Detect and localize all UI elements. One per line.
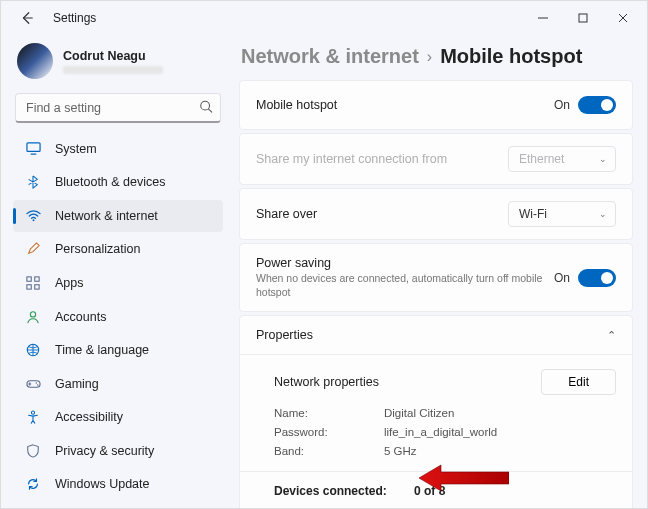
user-info: Codrut Neagu — [53, 49, 163, 74]
globe-icon — [25, 342, 41, 358]
select-value: Ethernet — [519, 152, 564, 166]
user-name: Codrut Neagu — [63, 49, 163, 63]
titlebar: Settings — [1, 1, 647, 35]
search-wrap — [15, 93, 221, 123]
sidebar-item-label: Personalization — [55, 242, 140, 256]
sidebar-item-label: Time & language — [55, 343, 149, 357]
settings-stack: Mobile hotspot On Share my internet conn… — [239, 80, 633, 508]
sidebar-item-time[interactable]: Time & language — [13, 334, 223, 366]
sidebar-item-label: Privacy & security — [55, 444, 154, 458]
page-title: Mobile hotspot — [440, 45, 582, 68]
sidebar-item-update[interactable]: Windows Update — [13, 468, 223, 500]
mobile-hotspot-toggle[interactable] — [578, 96, 616, 114]
user-email-blurred — [63, 66, 163, 74]
gamepad-icon — [25, 376, 41, 392]
prop-val-password: life_in_a_digital_world — [384, 426, 616, 438]
card-label: Power saving — [256, 256, 546, 270]
toggle-state-text: On — [554, 98, 570, 112]
sidebar-item-label: Gaming — [55, 377, 99, 391]
sidebar-item-label: Accounts — [55, 310, 106, 324]
sidebar-item-apps[interactable]: Apps — [13, 267, 223, 299]
sidebar-item-accessibility[interactable]: Accessibility — [13, 401, 223, 433]
breadcrumb-parent[interactable]: Network & internet — [241, 45, 419, 68]
person-icon — [25, 309, 41, 325]
sidebar-item-network[interactable]: Network & internet — [13, 200, 223, 232]
sidebar-item-label: Accessibility — [55, 410, 123, 424]
sidebar-item-gaming[interactable]: Gaming — [13, 368, 223, 400]
share-from-card: Share my internet connection from Ethern… — [239, 133, 633, 185]
sidebar-item-label: System — [55, 142, 97, 156]
chevron-down-icon: ⌄ — [599, 154, 607, 164]
update-icon — [25, 476, 41, 492]
close-icon — [618, 13, 628, 23]
devices-connected-row: Devices connected: 0 of 8 — [240, 472, 632, 508]
svg-point-3 — [32, 220, 34, 222]
prop-key-band: Band: — [274, 445, 384, 457]
close-button[interactable] — [603, 4, 643, 32]
search-input[interactable] — [15, 93, 221, 123]
wifi-icon — [25, 208, 41, 224]
maximize-icon — [578, 13, 588, 23]
svg-rect-7 — [35, 285, 39, 289]
svg-point-13 — [31, 411, 34, 414]
section-title: Network properties — [274, 375, 541, 389]
chevron-down-icon: ⌄ — [599, 209, 607, 219]
prop-val-name: Digital Citizen — [384, 407, 616, 419]
breadcrumb: Network & internet › Mobile hotspot — [241, 45, 633, 68]
card-label: Mobile hotspot — [256, 98, 337, 112]
brush-icon — [25, 241, 41, 257]
prop-key-password: Password: — [274, 426, 384, 438]
edit-button[interactable]: Edit — [541, 369, 616, 395]
svg-point-8 — [30, 311, 35, 316]
network-properties-row: Network properties Edit — [274, 369, 616, 395]
power-saving-toggle[interactable] — [578, 269, 616, 287]
card-label: Share my internet connection from — [256, 152, 447, 166]
sidebar-item-accounts[interactable]: Accounts — [13, 301, 223, 333]
prop-key-name: Name: — [274, 407, 384, 419]
shield-icon — [25, 443, 41, 459]
maximize-button[interactable] — [563, 4, 603, 32]
share-over-select[interactable]: Wi-Fi ⌄ — [508, 201, 616, 227]
card-label: Properties — [256, 328, 313, 342]
nav-list: System Bluetooth & devices Network & int… — [13, 133, 223, 500]
search-icon — [199, 100, 213, 117]
svg-rect-5 — [35, 277, 39, 281]
share-from-select: Ethernet ⌄ — [508, 146, 616, 172]
system-icon — [25, 141, 41, 157]
share-over-card: Share over Wi-Fi ⌄ — [239, 188, 633, 240]
user-account-row[interactable]: Codrut Neagu — [13, 39, 223, 89]
svg-rect-6 — [27, 285, 31, 289]
sidebar-item-privacy[interactable]: Privacy & security — [13, 435, 223, 467]
property-list: Name: Digital Citizen Password: life_in_… — [274, 407, 616, 457]
arrow-left-icon — [20, 11, 34, 25]
properties-body: Network properties Edit Name: Digital Ci… — [240, 354, 632, 471]
svg-rect-0 — [579, 14, 587, 22]
sidebar-item-label: Bluetooth & devices — [55, 175, 166, 189]
avatar — [17, 43, 53, 79]
svg-point-12 — [36, 384, 38, 386]
sidebar-item-bluetooth[interactable]: Bluetooth & devices — [13, 167, 223, 199]
svg-rect-4 — [27, 277, 31, 281]
apps-icon — [25, 275, 41, 291]
card-label: Share over — [256, 207, 317, 221]
window-title: Settings — [53, 11, 96, 25]
sidebar-item-label: Network & internet — [55, 209, 158, 223]
devices-label: Devices connected: — [274, 484, 414, 498]
main-panel: Network & internet › Mobile hotspot Mobi… — [231, 35, 647, 508]
properties-header[interactable]: Properties ⌃ — [240, 316, 632, 354]
devices-value: 0 of 8 — [414, 484, 445, 498]
prop-val-band: 5 GHz — [384, 445, 616, 457]
sidebar-item-label: Apps — [55, 276, 84, 290]
sidebar-item-system[interactable]: System — [13, 133, 223, 165]
bluetooth-icon — [25, 174, 41, 190]
sidebar-item-personalization[interactable]: Personalization — [13, 234, 223, 266]
toggle-state-text: On — [554, 271, 570, 285]
properties-expander: Properties ⌃ Network properties Edit Nam… — [239, 315, 633, 508]
sidebar-item-label: Windows Update — [55, 477, 150, 491]
mobile-hotspot-card: Mobile hotspot On — [239, 80, 633, 130]
accessibility-icon — [25, 409, 41, 425]
minimize-icon — [538, 13, 548, 23]
card-subtext: When no devices are connected, automatic… — [256, 272, 546, 299]
minimize-button[interactable] — [523, 4, 563, 32]
back-button[interactable] — [13, 4, 41, 32]
